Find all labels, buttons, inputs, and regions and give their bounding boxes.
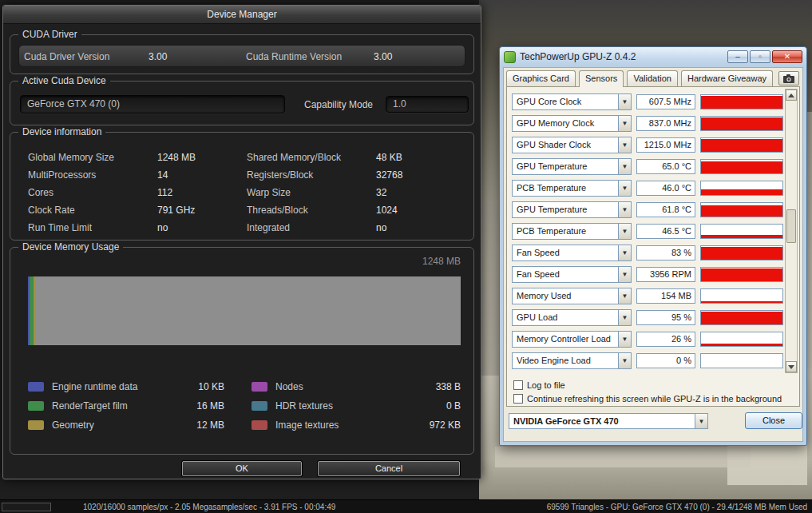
- sensor-select[interactable]: GPU Load ▼: [512, 309, 632, 326]
- info-value: no: [157, 222, 247, 233]
- legend-row: Engine runtime data 10 KB Nodes 338 B: [28, 377, 461, 396]
- scroll-up-button[interactable]: [786, 89, 797, 101]
- sensor-row: PCB Temperature ▼ 46.0 °C: [507, 180, 799, 197]
- tab-validation[interactable]: Validation: [627, 70, 678, 86]
- cuda-runtime-version-label: Cuda Runtime Version: [246, 51, 342, 62]
- info-value: 14: [157, 169, 247, 181]
- chevron-down-icon[interactable]: ▼: [695, 414, 707, 428]
- legend-swatch: [28, 382, 44, 392]
- legend-item: HDR textures 0 B: [252, 400, 461, 412]
- sensor-row: Fan Speed ▼ 3956 RPM: [507, 266, 799, 283]
- chevron-down-icon[interactable]: ▼: [618, 159, 631, 174]
- gpu-device-select[interactable]: NVIDIA GeForce GTX 470 ▼: [509, 413, 708, 429]
- close-button[interactable]: Close: [745, 412, 802, 429]
- sensor-graph-fill: [701, 301, 782, 303]
- capability-mode-field[interactable]: 1.0: [386, 96, 469, 113]
- scroll-down-button[interactable]: [786, 361, 797, 372]
- screenshot-camera-button[interactable]: [778, 71, 799, 86]
- chevron-down-icon[interactable]: ▼: [618, 137, 631, 153]
- chevron-down-icon[interactable]: ▼: [618, 310, 631, 325]
- legend-value: 10 KB: [198, 381, 224, 392]
- maximize-button[interactable]: ▫: [750, 50, 770, 63]
- chevron-down-icon[interactable]: ▼: [618, 202, 631, 217]
- table-row: MultiProcessors 14 Registers/Block 32768: [28, 166, 465, 184]
- gpuz-window: TechPowerUp GPU-Z 0.4.2 – ▫ ✕ Graphics C…: [499, 46, 807, 446]
- sensor-select[interactable]: Fan Speed ▼: [512, 266, 632, 283]
- chevron-down-icon[interactable]: ▼: [618, 267, 631, 282]
- cancel-button[interactable]: Cancel: [318, 461, 460, 476]
- sensor-value: 83 %: [636, 245, 695, 260]
- sensor-row: GPU Shader Clock ▼ 1215.0 MHz: [507, 137, 799, 153]
- sensor-graph: [700, 94, 783, 109]
- sensor-value: 46.5 °C: [636, 224, 695, 239]
- gpuz-titlebar[interactable]: TechPowerUp GPU-Z 0.4.2 – ▫ ✕: [500, 47, 806, 66]
- chevron-down-icon[interactable]: ▼: [618, 94, 631, 109]
- tab-sensors[interactable]: Sensors: [579, 70, 624, 87]
- info-label: MultiProcessors: [28, 169, 157, 181]
- legend-swatch: [252, 382, 267, 392]
- camera-icon: [783, 74, 794, 83]
- chevron-down-icon[interactable]: ▼: [618, 245, 631, 260]
- sensor-select[interactable]: Memory Used ▼: [512, 288, 632, 304]
- sensor-select[interactable]: GPU Memory Clock ▼: [512, 115, 632, 132]
- sensor-select[interactable]: PCB Temperature ▼: [512, 180, 632, 197]
- sensor-graph-fill: [701, 268, 782, 281]
- sensor-graph-fill: [701, 344, 782, 346]
- sensor-select[interactable]: GPU Temperature ▼: [512, 201, 632, 218]
- sensor-select[interactable]: GPU Shader Clock ▼: [512, 137, 632, 153]
- info-value: 1024: [376, 205, 465, 216]
- active-device-select[interactable]: GeForce GTX 470 (0): [20, 95, 285, 113]
- sensor-value: 0 %: [636, 353, 695, 368]
- sensor-graph-fill: [701, 161, 782, 173]
- tab-hardware-giveaway[interactable]: Hardware Giveaway: [681, 70, 773, 86]
- sensor-graph: [700, 267, 783, 282]
- sensor-value: 154 MB: [636, 288, 695, 304]
- info-label: Run Time Limit: [28, 222, 157, 233]
- tab-graphics-card[interactable]: Graphics Card: [506, 70, 576, 86]
- sensor-name: Memory Used: [517, 288, 616, 304]
- scrollbar-thumb[interactable]: [786, 209, 796, 243]
- sensor-select[interactable]: PCB Temperature ▼: [512, 223, 632, 240]
- info-label: Cores: [28, 187, 157, 198]
- active-cuda-device-group: Active Cuda Device GeForce GTX 470 (0) C…: [10, 81, 474, 125]
- sensor-row: GPU Core Clock ▼ 607.5 MHz: [507, 93, 799, 110]
- render-progress-meter: [2, 503, 51, 511]
- log-to-file-checkbox[interactable]: [513, 380, 523, 390]
- continue-refresh-label: Continue refreshing this screen while GP…: [527, 394, 782, 404]
- sensor-graph: [700, 181, 783, 196]
- active-cuda-device-group-label: Active Cuda Device: [18, 75, 110, 86]
- sensor-select[interactable]: Fan Speed ▼: [512, 245, 632, 261]
- info-label: Warp Size: [247, 187, 376, 198]
- close-window-button[interactable]: ✕: [772, 50, 802, 63]
- sensor-select[interactable]: GPU Core Clock ▼: [512, 93, 632, 110]
- continue-refresh-checkbox[interactable]: [513, 394, 523, 404]
- chevron-down-icon[interactable]: ▼: [618, 116, 631, 131]
- gpuz-content: Graphics Card Sensors Validation Hardwar…: [503, 67, 803, 442]
- log-to-file-label: Log to file: [527, 380, 565, 390]
- legend-item: RenderTarget film 16 MB: [28, 400, 224, 412]
- sensor-row: Video Engine Load ▼ 0 %: [507, 352, 799, 369]
- chevron-down-icon[interactable]: ▼: [618, 353, 631, 368]
- sensor-select[interactable]: Video Engine Load ▼: [512, 352, 632, 369]
- sensor-row: Fan Speed ▼ 83 %: [507, 245, 799, 261]
- cuda-driver-version-value: 3.00: [149, 51, 167, 62]
- minimize-button[interactable]: –: [727, 50, 748, 63]
- legend-row: RenderTarget film 16 MB HDR textures 0 B: [28, 396, 461, 416]
- sensor-name: GPU Memory Clock: [517, 116, 616, 131]
- sensor-select[interactable]: GPU Temperature ▼: [512, 158, 632, 175]
- sensor-row: GPU Temperature ▼ 61.8 °C: [507, 201, 799, 218]
- chevron-down-icon[interactable]: ▼: [618, 224, 631, 239]
- cuda-driver-group-label: CUDA Driver: [18, 29, 81, 40]
- sensor-value: 65.0 °C: [636, 159, 695, 174]
- chevron-down-icon[interactable]: ▼: [618, 332, 631, 347]
- sensors-scrollbar[interactable]: [785, 89, 798, 373]
- capability-mode-value: 1.0: [393, 98, 406, 109]
- sensor-row: GPU Memory Clock ▼ 837.0 MHz: [507, 115, 799, 132]
- table-row: Global Memory Size 1248 MB Shared Memory…: [28, 149, 465, 166]
- device-manager-titlebar[interactable]: Device Manager: [3, 6, 481, 24]
- ok-button[interactable]: OK: [182, 461, 302, 476]
- chevron-down-icon[interactable]: ▼: [618, 181, 631, 196]
- sensor-select[interactable]: Memory Controller Load ▼: [512, 331, 632, 348]
- sensor-graph: [700, 202, 783, 217]
- chevron-down-icon[interactable]: ▼: [618, 288, 631, 304]
